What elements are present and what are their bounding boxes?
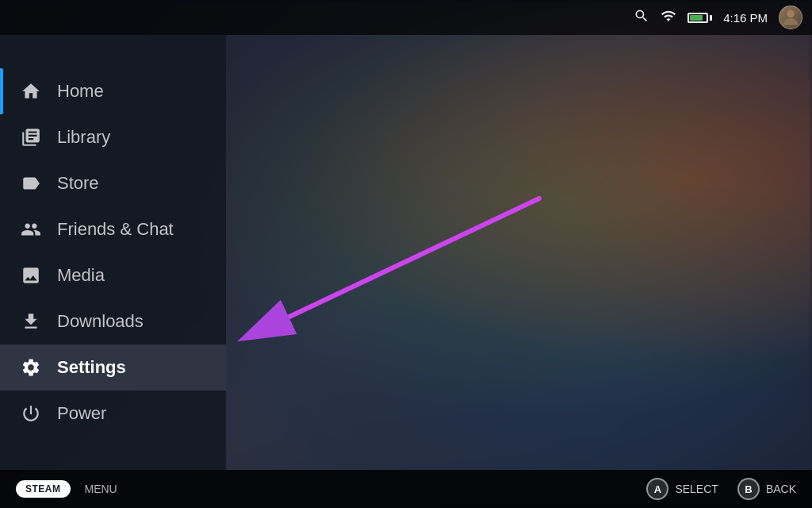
search-icon[interactable] bbox=[634, 8, 649, 27]
media-label: Media bbox=[57, 265, 105, 286]
library-icon bbox=[19, 125, 43, 149]
back-action[interactable]: B BACK bbox=[737, 478, 796, 500]
steam-label: STEAM bbox=[25, 483, 61, 495]
sidebar-item-home[interactable]: Home bbox=[0, 68, 226, 114]
friends-label: Friends & Chat bbox=[57, 219, 174, 240]
sidebar-item-store[interactable]: Store bbox=[0, 160, 226, 206]
media-icon bbox=[19, 264, 43, 287]
select-action[interactable]: A SELECT bbox=[646, 478, 718, 500]
home-icon bbox=[19, 79, 43, 103]
friends-icon bbox=[19, 217, 43, 241]
bottom-actions: A SELECT B BACK bbox=[646, 478, 796, 500]
wifi-icon bbox=[661, 8, 676, 27]
sidebar-item-power[interactable]: Power bbox=[0, 391, 226, 437]
store-label: Store bbox=[57, 173, 99, 194]
svg-point-0 bbox=[787, 10, 794, 17]
clock: 4:16 PM bbox=[723, 11, 768, 25]
steam-button[interactable]: STEAM bbox=[16, 480, 71, 498]
store-icon bbox=[19, 171, 43, 195]
home-label: Home bbox=[57, 81, 104, 102]
battery-indicator bbox=[688, 13, 712, 23]
sidebar: Home Library Store Friends & Chat Media … bbox=[0, 35, 226, 470]
a-button: A bbox=[646, 478, 668, 500]
library-label: Library bbox=[57, 127, 110, 148]
menu-label: MENU bbox=[85, 483, 117, 495]
power-icon bbox=[19, 402, 43, 425]
downloads-icon bbox=[19, 310, 43, 333]
downloads-label: Downloads bbox=[57, 311, 144, 332]
sidebar-item-media[interactable]: Media bbox=[0, 252, 226, 298]
power-label: Power bbox=[57, 403, 106, 424]
sidebar-item-library[interactable]: Library bbox=[0, 114, 226, 160]
sidebar-item-downloads[interactable]: Downloads bbox=[0, 298, 226, 344]
back-label: BACK bbox=[766, 483, 796, 495]
sidebar-item-friends[interactable]: Friends & Chat bbox=[0, 206, 226, 252]
b-button: B bbox=[737, 478, 760, 500]
sidebar-item-settings[interactable]: Settings bbox=[0, 344, 226, 391]
bottom-bar: STEAM MENU A SELECT B BACK bbox=[0, 470, 812, 508]
settings-icon bbox=[19, 356, 43, 379]
select-label: SELECT bbox=[675, 483, 718, 495]
avatar[interactable] bbox=[779, 6, 802, 29]
status-bar: 4:16 PM bbox=[0, 0, 812, 35]
settings-label: Settings bbox=[57, 357, 126, 378]
